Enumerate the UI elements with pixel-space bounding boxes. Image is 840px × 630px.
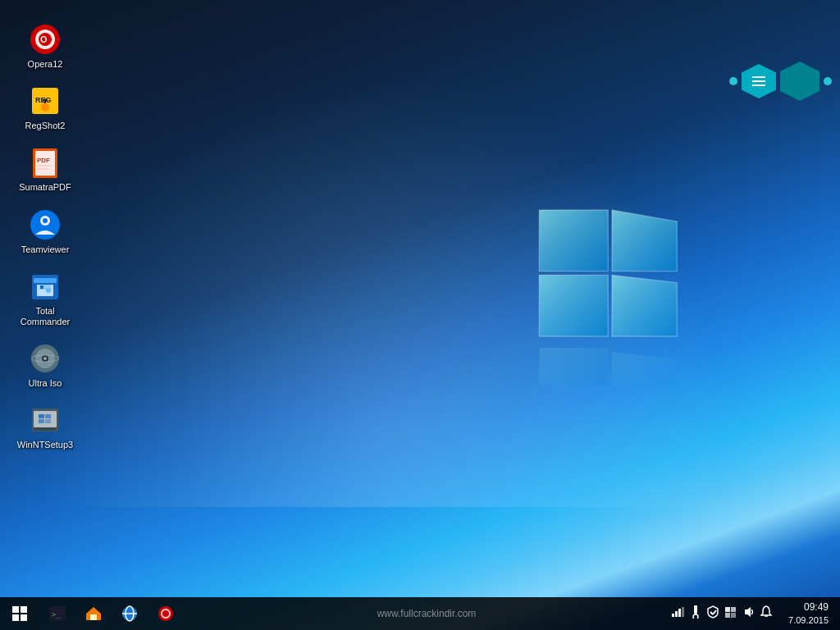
tray-windows-flag[interactable] [723, 605, 737, 622]
svg-marker-111 [745, 607, 751, 617]
desktop: K@ylü Geri Dönüşüm Kutusu [0, 0, 840, 630]
svg-point-67 [46, 288, 51, 293]
svg-rect-78 [45, 419, 51, 423]
winntsetup-icon [29, 404, 62, 436]
svg-rect-86 [21, 606, 27, 613]
desktop-icon-teamviewer[interactable]: Teamviewer [8, 202, 82, 262]
sumatra-icon: PDF [29, 146, 62, 179]
svg-rect-101 [682, 607, 684, 617]
svg-marker-3 [612, 275, 677, 336]
svg-rect-109 [725, 613, 730, 618]
taskbar-explorer[interactable] [75, 597, 112, 630]
tray-notification[interactable] [759, 604, 774, 623]
total-commander-icon [29, 270, 62, 303]
svg-rect-110 [731, 613, 736, 618]
tray-volume[interactable] [740, 605, 756, 622]
svg-line-106 [713, 610, 716, 614]
svg-point-61 [43, 218, 48, 223]
hex-dot-1 [729, 77, 737, 85]
clock-date: 7.09.2015 [788, 614, 829, 626]
desktop-icon-opera12[interactable]: O Opera12 [8, 16, 82, 76]
svg-rect-99 [675, 611, 678, 617]
svg-point-50 [41, 103, 49, 112]
teamviewer-icon [29, 208, 62, 241]
svg-rect-66 [40, 285, 43, 289]
tray-network[interactable] [669, 605, 686, 622]
hex-dot-2 [824, 77, 832, 85]
svg-marker-2 [539, 275, 608, 336]
svg-rect-75 [39, 414, 44, 418]
svg-rect-77 [39, 419, 44, 423]
svg-point-103 [693, 614, 698, 619]
svg-rect-88 [21, 614, 27, 621]
svg-rect-102 [694, 605, 697, 614]
desktop-icons: K@ylü Geri Dönüşüm Kutusu [0, 8, 168, 599]
svg-text:>_: >_ [52, 610, 61, 619]
taskbar: >_ [0, 597, 840, 630]
svg-rect-76 [45, 414, 51, 418]
system-tray [669, 604, 774, 623]
taskbar-watermark: www.fullcrackindir.com [377, 608, 477, 619]
taskbar-left: >_ [0, 597, 184, 630]
hex-badges [729, 62, 832, 101]
svg-text:PDF: PDF [37, 157, 50, 164]
svg-point-97 [162, 610, 169, 617]
winntsetup-label: WinNTSetup3 [17, 440, 73, 450]
hex-badge-2 [780, 62, 819, 101]
desktop-icon-ultra-iso[interactable]: Ultra Iso [8, 336, 82, 395]
svg-rect-108 [731, 607, 736, 612]
ultra-iso-label: Ultra Iso [29, 378, 62, 389]
windows-logo [463, 164, 692, 394]
svg-rect-98 [672, 614, 674, 617]
regshot-icon: REG [29, 84, 62, 117]
total-commander-label: Total Commander [11, 306, 79, 327]
svg-text:O: O [40, 34, 48, 44]
svg-marker-0 [539, 210, 608, 272]
sumatra-label: SumatraPDF [19, 182, 71, 193]
tray-usb[interactable] [688, 604, 703, 623]
svg-rect-85 [12, 606, 19, 613]
svg-rect-79 [34, 427, 57, 431]
start-button[interactable] [0, 597, 39, 630]
opera-icon: O [29, 23, 62, 56]
svg-marker-5 [612, 352, 677, 386]
desktop-icon-total-commander[interactable]: Total Commander [8, 263, 82, 334]
taskbar-cmd[interactable]: >_ [39, 597, 75, 630]
regshot-label: RegShot2 [25, 121, 66, 131]
taskbar-center: www.fullcrackindir.com [184, 608, 669, 619]
taskbar-ie[interactable] [112, 597, 148, 630]
opera-label: Opera12 [28, 59, 63, 70]
taskbar-opera[interactable] [148, 597, 184, 630]
svg-rect-87 [12, 614, 19, 621]
desktop-icon-winntsetup[interactable]: WinNTSetup3 [8, 397, 82, 457]
svg-rect-63 [34, 278, 57, 283]
svg-rect-91 [90, 614, 97, 620]
svg-marker-4 [539, 348, 608, 386]
svg-rect-100 [678, 609, 681, 617]
desktop-icon-regshot2[interactable]: REG RegShot2 [8, 78, 82, 138]
clock-time: 09:49 [788, 601, 829, 614]
ultra-iso-icon [29, 342, 62, 375]
svg-marker-1 [612, 210, 677, 272]
svg-point-71 [43, 357, 47, 360]
clock[interactable]: 09:49 7.09.2015 [783, 601, 833, 626]
teamviewer-label: Teamviewer [21, 244, 70, 255]
tray-security[interactable] [705, 604, 720, 623]
desktop-icon-sumatrapdf[interactable]: PDF SumatraPDF [8, 139, 82, 199]
svg-rect-107 [725, 607, 730, 612]
taskbar-right: 09:49 7.09.2015 [669, 601, 840, 626]
hex-badge-1 [742, 64, 776, 98]
